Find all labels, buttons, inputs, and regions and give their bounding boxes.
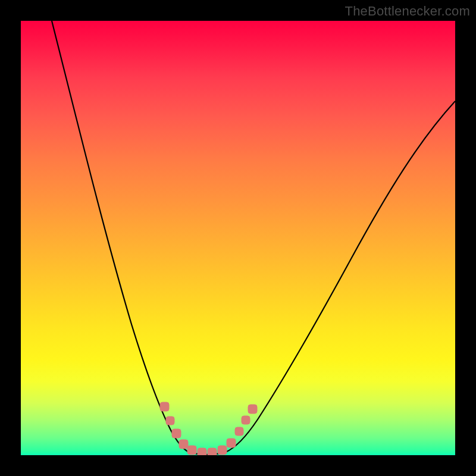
marker [187,446,196,455]
marker [198,448,206,455]
attribution-text: TheBottlenecker.com [345,4,470,19]
bottleneck-curve [21,21,455,455]
marker [242,416,250,424]
curve-right [226,101,455,452]
marker [172,429,181,438]
plot-area [21,21,455,455]
curve-left [52,21,189,452]
marker [235,427,243,436]
marker [218,446,227,455]
marker [208,448,217,455]
marker [248,405,257,414]
marker [227,439,236,447]
marker-group [160,402,257,455]
chart-frame: TheBottlenecker.com [0,0,476,476]
marker [179,440,188,449]
marker [166,416,174,425]
marker [160,402,169,411]
